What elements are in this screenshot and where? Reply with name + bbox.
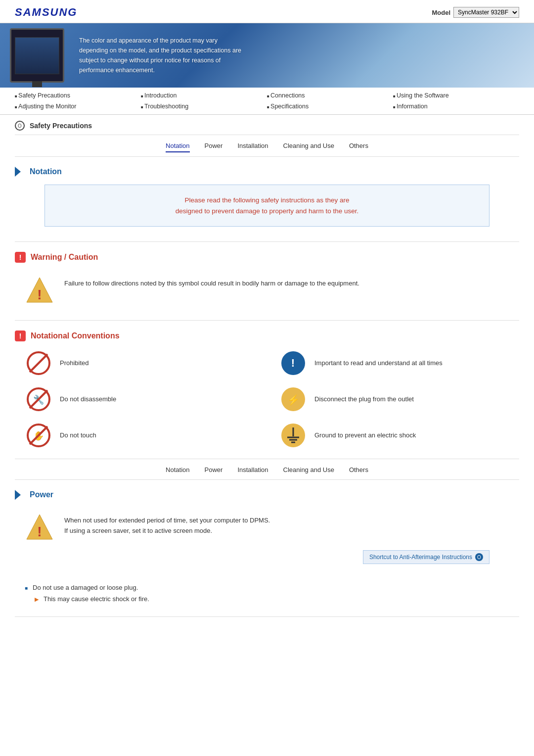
shortcut-btn-label: Shortcut to Anti-Afterimage Instructions: [369, 554, 472, 561]
convention-prohibited: Prohibited: [25, 349, 265, 377]
bullet-sub-text-1: This may cause electric shock or fire.: [44, 595, 149, 603]
tab-cleaning-1[interactable]: Cleaning and Use: [283, 142, 334, 152]
nav-bar: Safety Precautions Introduction Connecti…: [0, 88, 534, 115]
ground-label: Ground to prevent an electric shock: [314, 431, 416, 439]
conventions-title: Notational Conventions: [31, 331, 120, 340]
power-text-line2: If using a screen saver, set it to activ…: [64, 526, 270, 536]
nav-item-adjusting[interactable]: Adjusting the Monitor: [15, 101, 141, 111]
header: SAMSUNG Model SyncMaster 932BF: [0, 0, 534, 23]
shortcut-button[interactable]: Shortcut to Anti-Afterimage Instructions…: [363, 550, 490, 564]
convention-plug: ⚡ Disconnect the plug from the outlet: [279, 385, 519, 413]
hero-banner: The color and appearance of the product …: [0, 23, 534, 88]
bullet-sub-item-1: ▶ This may cause electric shock or fire.: [25, 593, 519, 605]
notation-title: Notation: [30, 167, 62, 176]
tab-others-2[interactable]: Others: [349, 466, 368, 475]
tab-installation-2[interactable]: Installation: [237, 466, 268, 475]
prohibited-label: Prohibited: [60, 359, 89, 367]
model-select[interactable]: SyncMaster 932BF: [453, 7, 519, 18]
model-label: Model: [432, 9, 450, 16]
nav-item-information[interactable]: Information: [393, 101, 519, 111]
svg-line-6: [30, 390, 47, 408]
important-circle: !: [281, 351, 305, 375]
svg-text:⚡: ⚡: [287, 394, 299, 406]
section-header-title: Safety Precautions: [30, 122, 92, 130]
model-area: Model SyncMaster 932BF: [432, 7, 519, 18]
nav-item-safety[interactable]: Safety Precautions: [15, 91, 141, 100]
power-arrow-icon: [15, 490, 25, 500]
convention-no-disassemble: 🔧 Do not disassemble: [25, 385, 265, 413]
svg-text:!: !: [37, 524, 42, 539]
samsung-logo: SAMSUNG: [15, 6, 77, 19]
power-text-line1: When not used for extended period of tim…: [64, 516, 270, 526]
no-disassemble-icon: 🔧: [25, 385, 52, 413]
power-heading: Power: [15, 490, 519, 500]
notation-arrow-icon: [15, 167, 25, 177]
section-header-icon: O: [15, 121, 25, 131]
tab-nav-1: Notation Power Installation Cleaning and…: [15, 135, 519, 157]
convention-no-touch: ✋ Do not touch: [25, 422, 265, 449]
ground-icon: [279, 422, 307, 449]
no-touch-label: Do not touch: [60, 431, 96, 439]
conventions-icon: !: [15, 331, 26, 341]
no-disassemble-label: Do not disassemble: [60, 395, 116, 403]
bullet-square-icon: ■: [25, 585, 28, 591]
power-section: Power ! When not used for extended perio…: [15, 480, 519, 617]
hero-monitor: [10, 28, 64, 83]
notation-box-text2: designed to prevent damage to property a…: [176, 207, 359, 215]
bullet-list: ■ Do not use a damaged or loose plug. ▶ …: [25, 580, 519, 607]
nav-item-troubleshooting[interactable]: Troubleshooting: [141, 101, 267, 111]
plug-icon: ⚡: [279, 385, 307, 413]
hero-text: The color and appearance of the product …: [79, 36, 242, 75]
power-title: Power: [30, 490, 53, 499]
tab-power-2[interactable]: Power: [205, 466, 223, 475]
bullet-text-1: Do not use a damaged or loose plug.: [33, 584, 138, 591]
nav-item-software[interactable]: Using the Software: [393, 91, 519, 100]
tab-notation-2[interactable]: Notation: [166, 466, 189, 475]
conventions-heading: ! Notational Conventions: [15, 331, 519, 341]
prohibited-icon: [25, 349, 52, 377]
bullet-arrow-icon: ▶: [35, 596, 39, 603]
tab-power-1[interactable]: Power: [205, 142, 223, 152]
nav-item-introduction[interactable]: Introduction: [141, 91, 267, 100]
section-header-bar: O Safety Precautions: [15, 115, 519, 135]
nav-item-connections[interactable]: Connections: [267, 91, 393, 100]
warning-title: Warning / Caution: [31, 253, 98, 262]
warning-section: ! Warning / Caution ! Failure to follow …: [15, 242, 519, 321]
important-icon: !: [279, 349, 307, 377]
page-content: O Safety Precautions Notation Power Inst…: [0, 115, 534, 617]
svg-text:!: !: [37, 287, 42, 302]
warning-text: Failure to follow directions noted by th…: [64, 276, 359, 289]
power-triangle-icon: !: [25, 513, 54, 542]
notation-box-text1: Please read the following safety instruc…: [184, 196, 349, 204]
tab-others-1[interactable]: Others: [349, 142, 368, 152]
convention-important: ! Important to read and understand at al…: [279, 349, 519, 377]
nav-item-specifications[interactable]: Specifications: [267, 101, 393, 111]
tab-notation-1[interactable]: Notation: [166, 142, 189, 152]
tab-cleaning-2[interactable]: Cleaning and Use: [283, 466, 334, 475]
hero-description: The color and appearance of the product …: [79, 37, 241, 74]
tab-nav-2: Notation Power Installation Cleaning and…: [15, 459, 519, 480]
plug-label: Disconnect the plug from the outlet: [314, 395, 414, 403]
svg-line-3: [30, 354, 47, 372]
svg-line-11: [30, 426, 47, 444]
warning-icon: !: [15, 252, 26, 263]
notation-heading: Notation: [15, 167, 519, 177]
notation-box: Please read the following safety instruc…: [44, 185, 490, 227]
power-warning-content: ! When not used for extended period of t…: [25, 508, 519, 550]
warning-triangle-icon: !: [25, 276, 54, 305]
no-touch-icon: ✋: [25, 422, 52, 449]
tab-installation-1[interactable]: Installation: [237, 142, 268, 152]
convention-ground: Ground to prevent an electric shock: [279, 422, 519, 449]
power-text: When not used for extended period of tim…: [64, 513, 270, 536]
shortcut-btn-icon: O: [475, 553, 483, 561]
bullet-item-1: ■ Do not use a damaged or loose plug.: [25, 582, 519, 593]
conventions-grid: Prohibited ! Important to read and under…: [25, 349, 519, 449]
warning-content: ! Failure to follow directions noted by …: [25, 271, 519, 310]
conventions-section: ! Notational Conventions Prohibited ! I: [15, 321, 519, 459]
warning-heading: ! Warning / Caution: [15, 252, 519, 263]
important-label: Important to read and understand at all …: [314, 359, 443, 367]
notation-section: Notation Please read the following safet…: [15, 157, 519, 242]
hero-screen: [15, 37, 59, 74]
